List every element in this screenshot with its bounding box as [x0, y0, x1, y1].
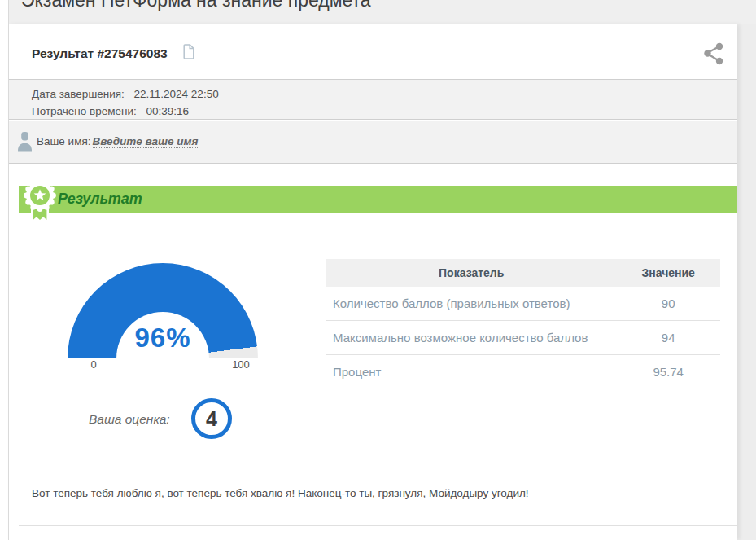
award-badge-icon — [20, 178, 59, 228]
grade-value: 4 — [206, 407, 217, 431]
results-table: Показатель Значение Количество баллов (п… — [326, 259, 720, 389]
gauge-max-label: 100 — [223, 358, 259, 371]
table-header-value: Значение — [616, 259, 720, 287]
table-header-row: Показатель Значение — [326, 259, 720, 287]
completion-info: Дата завершения: 22.11.2024 22:50 Потрач… — [9, 79, 737, 120]
bottom-divider — [19, 525, 737, 526]
row-points-value: 90 — [616, 287, 720, 321]
user-name-row: Ваше имя:Введите ваше имя — [9, 121, 737, 164]
finish-date-row: Дата завершения: 22.11.2024 22:50 — [32, 86, 737, 103]
page-header-strip: Экзамен НетФорма на знание предмета — [8, 0, 756, 24]
user-name-edit-link[interactable]: Введите ваше имя — [93, 135, 199, 148]
gauge-percent-value: 96% — [68, 323, 258, 353]
finish-date-value: 22.11.2024 22:50 — [134, 88, 219, 100]
user-name-label: Ваше имя: — [37, 135, 91, 147]
result-banner: Результат — [19, 186, 737, 213]
table-row: Максимально возможное количество баллов … — [326, 321, 720, 355]
copy-icon[interactable] — [182, 44, 194, 63]
grade-label: Ваша оценка: — [89, 412, 170, 427]
person-icon — [17, 131, 33, 156]
row-max-points-label: Максимально возможное количество баллов — [326, 321, 616, 355]
grade-circle: 4 — [191, 398, 232, 439]
result-banner-title: Результат — [58, 191, 142, 208]
page-title: Экзамен НетФорма на знание предмета — [21, 0, 371, 11]
row-percent-value: 95.74 — [616, 355, 720, 389]
finish-date-label: Дата завершения: — [32, 88, 125, 100]
table-header-indicator: Показатель — [326, 259, 616, 287]
result-header: Результат #275476083 — [32, 44, 194, 63]
time-spent-label: Потрачено времени: — [32, 105, 137, 117]
row-max-points-value: 94 — [616, 321, 720, 355]
score-gauge: 96% — [68, 263, 258, 359]
result-card: Результат #275476083 Дата завершения: 22… — [8, 24, 737, 540]
gauge-min-label: 0 — [79, 358, 108, 371]
table-row: Количество баллов (правильных ответов) 9… — [326, 287, 720, 321]
user-name-line: Ваше имя:Введите ваше имя — [37, 135, 198, 147]
time-spent-row: Потрачено времени: 00:39:16 — [32, 103, 737, 120]
table-row: Процент 95.74 — [326, 355, 720, 389]
result-id-title: Результат #275476083 — [32, 46, 168, 61]
row-points-label: Количество баллов (правильных ответов) — [326, 287, 616, 321]
share-icon[interactable] — [701, 41, 726, 67]
row-percent-label: Процент — [326, 355, 616, 389]
feedback-text: Вот теперь тебя люблю я, вот теперь тебя… — [32, 487, 529, 499]
page-background — [737, 24, 756, 540]
time-spent-value: 00:39:16 — [146, 105, 190, 117]
